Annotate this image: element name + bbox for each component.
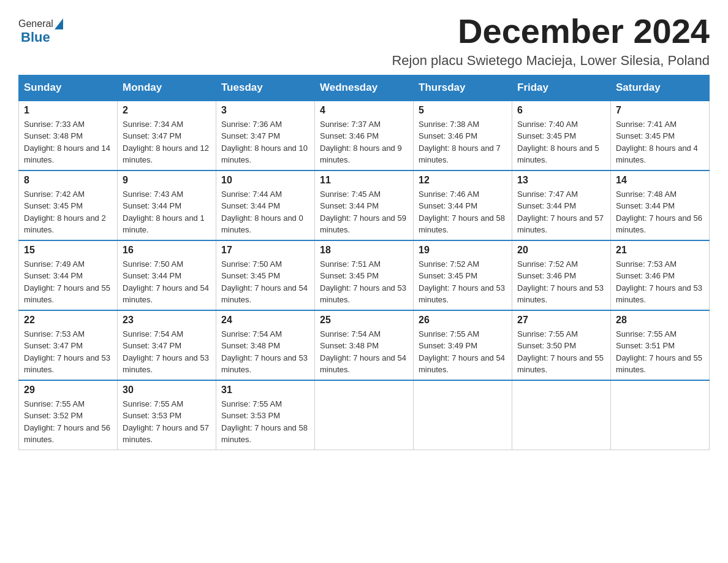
sunset-label: Sunset: 3:51 PM [616,341,675,350]
sunrise-label: Sunrise: 7:45 AM [320,190,381,199]
day-info: Sunrise: 7:50 AM Sunset: 3:45 PM Dayligh… [221,258,309,306]
day-number: 9 [123,175,211,186]
day-number: 8 [24,175,112,186]
day-number: 15 [24,245,112,256]
sunset-label: Sunset: 3:53 PM [123,411,181,420]
table-row: 3 Sunrise: 7:36 AM Sunset: 3:47 PM Dayli… [216,101,315,170]
table-row: 15 Sunrise: 7:49 AM Sunset: 3:44 PM Dayl… [19,240,118,310]
day-info: Sunrise: 7:43 AM Sunset: 3:44 PM Dayligh… [123,188,211,236]
table-row: 16 Sunrise: 7:50 AM Sunset: 3:44 PM Dayl… [118,240,216,310]
sunset-label: Sunset: 3:45 PM [517,131,576,140]
day-info: Sunrise: 7:54 AM Sunset: 3:48 PM Dayligh… [320,328,408,376]
sunrise-label: Sunrise: 7:52 AM [419,259,479,269]
daylight-label: Daylight: 7 hours and 58 minutes. [221,423,308,445]
daylight-label: Daylight: 7 hours and 53 minutes. [320,283,406,305]
table-row: 20 Sunrise: 7:52 AM Sunset: 3:46 PM Dayl… [512,240,611,310]
sunrise-label: Sunrise: 7:46 AM [419,190,479,199]
day-info: Sunrise: 7:55 AM Sunset: 3:53 PM Dayligh… [221,398,309,446]
sunrise-label: Sunrise: 7:50 AM [123,259,183,269]
daylight-label: Daylight: 7 hours and 55 minutes. [517,353,604,375]
calendar-week-row: 15 Sunrise: 7:49 AM Sunset: 3:44 PM Dayl… [19,240,710,310]
daylight-label: Daylight: 8 hours and 7 minutes. [419,144,501,165]
table-row: 6 Sunrise: 7:40 AM Sunset: 3:45 PM Dayli… [512,101,611,170]
table-row: 12 Sunrise: 7:46 AM Sunset: 3:44 PM Dayl… [414,170,512,240]
title-section: December 2024 Rejon placu Swietego Macie… [392,12,710,69]
table-row: 23 Sunrise: 7:54 AM Sunset: 3:47 PM Dayl… [118,310,216,380]
col-friday: Friday [512,75,611,101]
sunrise-label: Sunrise: 7:55 AM [419,329,479,339]
day-info: Sunrise: 7:52 AM Sunset: 3:45 PM Dayligh… [419,258,507,306]
sunset-label: Sunset: 3:52 PM [24,411,83,420]
sunrise-label: Sunrise: 7:49 AM [24,259,85,269]
sunrise-label: Sunrise: 7:42 AM [24,190,85,199]
sunrise-label: Sunrise: 7:47 AM [517,190,578,199]
daylight-label: Daylight: 8 hours and 9 minutes. [320,144,402,165]
daylight-label: Daylight: 8 hours and 10 minutes. [221,144,308,165]
table-row: 11 Sunrise: 7:45 AM Sunset: 3:44 PM Dayl… [315,170,414,240]
daylight-label: Daylight: 7 hours and 55 minutes. [616,353,702,375]
table-row: 14 Sunrise: 7:48 AM Sunset: 3:44 PM Dayl… [611,170,710,240]
daylight-label: Daylight: 8 hours and 0 minutes. [221,213,303,235]
table-row: 19 Sunrise: 7:52 AM Sunset: 3:45 PM Dayl… [414,240,512,310]
sunrise-label: Sunrise: 7:55 AM [24,399,85,408]
day-number: 16 [123,245,211,256]
sunset-label: Sunset: 3:47 PM [123,341,181,350]
sunset-label: Sunset: 3:45 PM [221,271,280,280]
day-info: Sunrise: 7:50 AM Sunset: 3:44 PM Dayligh… [123,258,211,306]
day-number: 26 [419,315,507,326]
sunset-label: Sunset: 3:44 PM [123,271,181,280]
sunset-label: Sunset: 3:45 PM [616,131,675,140]
table-row: 9 Sunrise: 7:43 AM Sunset: 3:44 PM Dayli… [118,170,216,240]
daylight-label: Daylight: 7 hours and 53 minutes. [517,283,604,305]
daylight-label: Daylight: 7 hours and 53 minutes. [123,353,209,375]
calendar-week-row: 1 Sunrise: 7:33 AM Sunset: 3:48 PM Dayli… [19,101,710,170]
sunrise-label: Sunrise: 7:40 AM [517,120,578,129]
day-info: Sunrise: 7:44 AM Sunset: 3:44 PM Dayligh… [221,188,309,236]
day-info: Sunrise: 7:34 AM Sunset: 3:47 PM Dayligh… [123,118,211,166]
sunrise-label: Sunrise: 7:37 AM [320,120,381,129]
table-row: 17 Sunrise: 7:50 AM Sunset: 3:45 PM Dayl… [216,240,315,310]
calendar-week-row: 29 Sunrise: 7:55 AM Sunset: 3:52 PM Dayl… [19,380,710,450]
sunrise-label: Sunrise: 7:52 AM [517,259,578,269]
table-row [315,380,414,450]
table-row [611,380,710,450]
sunrise-label: Sunrise: 7:51 AM [320,259,381,269]
sunset-label: Sunset: 3:44 PM [221,201,280,210]
day-number: 11 [320,175,408,186]
sunset-label: Sunset: 3:48 PM [320,341,379,350]
daylight-label: Daylight: 7 hours and 53 minutes. [419,283,505,305]
table-row: 4 Sunrise: 7:37 AM Sunset: 3:46 PM Dayli… [315,101,414,170]
daylight-label: Daylight: 7 hours and 53 minutes. [221,353,308,375]
page-header: General Blue December 2024 Rejon placu S… [18,12,710,69]
sunrise-label: Sunrise: 7:44 AM [221,190,282,199]
calendar-week-row: 8 Sunrise: 7:42 AM Sunset: 3:45 PM Dayli… [19,170,710,240]
day-info: Sunrise: 7:47 AM Sunset: 3:44 PM Dayligh… [517,188,605,236]
sunrise-label: Sunrise: 7:34 AM [123,120,183,129]
sunrise-label: Sunrise: 7:33 AM [24,120,85,129]
daylight-label: Daylight: 8 hours and 5 minutes. [517,144,599,165]
sunset-label: Sunset: 3:49 PM [419,341,477,350]
table-row: 29 Sunrise: 7:55 AM Sunset: 3:52 PM Dayl… [19,380,118,450]
day-number: 27 [517,315,605,326]
day-number: 10 [221,175,309,186]
table-row: 28 Sunrise: 7:55 AM Sunset: 3:51 PM Dayl… [611,310,710,380]
sunrise-label: Sunrise: 7:54 AM [320,329,381,339]
col-sunday: Sunday [19,75,118,101]
logo: General Blue [18,18,64,45]
location-title: Rejon placu Swietego Macieja, Lower Sile… [392,53,710,69]
day-number: 18 [320,245,408,256]
day-number: 19 [419,245,507,256]
sunrise-label: Sunrise: 7:48 AM [616,190,677,199]
sunset-label: Sunset: 3:44 PM [123,201,181,210]
day-number: 31 [221,385,309,396]
table-row: 13 Sunrise: 7:47 AM Sunset: 3:44 PM Dayl… [512,170,611,240]
sunset-label: Sunset: 3:44 PM [517,201,576,210]
daylight-label: Daylight: 8 hours and 1 minute. [123,213,205,235]
table-row: 31 Sunrise: 7:55 AM Sunset: 3:53 PM Dayl… [216,380,315,450]
day-number: 2 [123,105,211,116]
sunrise-label: Sunrise: 7:55 AM [123,399,183,408]
day-info: Sunrise: 7:33 AM Sunset: 3:48 PM Dayligh… [24,118,112,166]
day-info: Sunrise: 7:55 AM Sunset: 3:51 PM Dayligh… [616,328,704,376]
logo-triangle-icon [55,18,63,29]
day-number: 13 [517,175,605,186]
